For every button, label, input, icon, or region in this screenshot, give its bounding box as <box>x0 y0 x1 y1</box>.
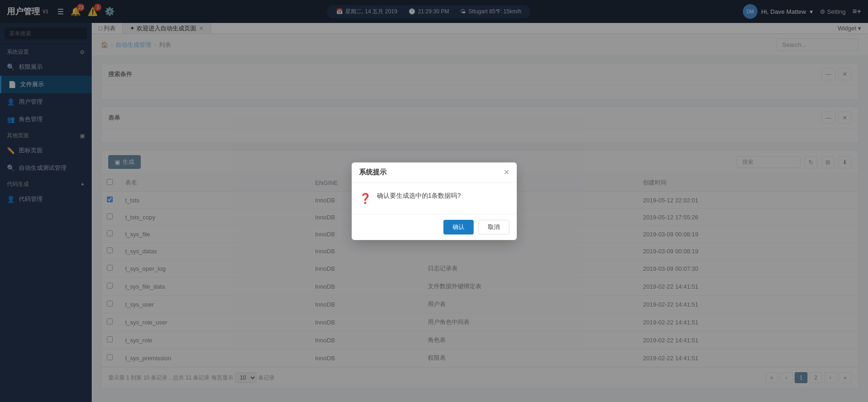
modal-dialog: 系统提示 ✕ ❓ 确认要生成选中的1条数据吗? 确认 取消 <box>352 162 517 240</box>
modal-message: 确认要生成选中的1条数据吗? <box>377 192 461 200</box>
modal-header: 系统提示 ✕ <box>352 162 517 183</box>
modal-close-button[interactable]: ✕ <box>503 168 509 177</box>
modal-overlay: 系统提示 ✕ ❓ 确认要生成选中的1条数据吗? 确认 取消 <box>0 0 868 402</box>
question-icon: ❓ <box>359 193 371 205</box>
modal-confirm-button[interactable]: 确认 <box>443 220 474 234</box>
modal-body: ❓ 确认要生成选中的1条数据吗? <box>352 183 517 214</box>
modal-title: 系统提示 <box>359 168 387 177</box>
modal-footer: 确认 取消 <box>352 214 517 240</box>
modal-cancel-button[interactable]: 取消 <box>478 220 509 234</box>
